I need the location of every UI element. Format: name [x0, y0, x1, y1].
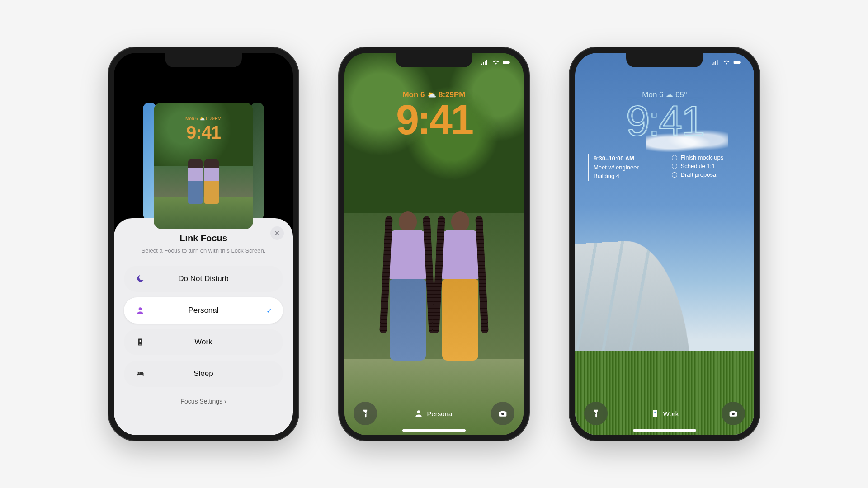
- lockscreen-widgets: 9:30–10:00 AM Meet w/ engineer Building …: [588, 154, 741, 181]
- sheet-subtitle: Select a Focus to turn on with this Lock…: [142, 247, 266, 254]
- close-button[interactable]: ✕: [270, 226, 284, 240]
- cellular-icon: [712, 59, 720, 66]
- preview-date: Mon 6 ⛅ 8:29PM: [154, 116, 253, 121]
- battery-icon: [733, 59, 741, 66]
- camera-button[interactable]: [722, 402, 745, 425]
- svg-rect-4: [139, 344, 142, 344]
- svg-point-2: [139, 340, 141, 342]
- notch: [165, 53, 242, 67]
- flashlight-button[interactable]: [354, 402, 377, 425]
- bottom-bar: Personal: [354, 402, 514, 425]
- svg-rect-3: [139, 343, 142, 343]
- flashlight-icon: [591, 409, 600, 418]
- battery-icon: [503, 59, 511, 66]
- focus-option-label: Do Not Disturb: [146, 274, 261, 283]
- svg-point-10: [501, 413, 504, 415]
- svg-rect-6: [503, 61, 509, 64]
- reminder-item: Finish mock-ups: [672, 154, 742, 161]
- svg-point-9: [417, 410, 420, 413]
- flashlight-button[interactable]: [584, 402, 608, 425]
- bottom-bar: Work: [584, 402, 745, 425]
- focus-option-sleep[interactable]: Sleep: [124, 361, 283, 387]
- phone-personal-lockscreen: Mon 6 ⛅ 8:29PM 9:41 Personal: [339, 47, 529, 441]
- reminders-widget[interactable]: Finish mock-ups Schedule 1:1 Draft propo…: [672, 154, 742, 181]
- wifi-icon: [492, 59, 500, 66]
- cellular-icon: [481, 59, 489, 66]
- focus-option-work[interactable]: Work: [124, 329, 283, 355]
- lockscreen-time: 9:41: [575, 100, 754, 142]
- svg-point-16: [732, 413, 735, 415]
- svg-point-0: [139, 307, 142, 310]
- circle-icon: [672, 155, 677, 160]
- reminder-item: Draft proposal: [672, 171, 742, 178]
- phone-work-lockscreen: Mon 6 ☁ 65° 9:41 9:30–10:00 AM Meet w/ e…: [570, 47, 760, 441]
- badge-icon: [135, 338, 146, 347]
- svg-rect-7: [509, 62, 510, 63]
- reminder-item: Schedule 1:1: [672, 163, 742, 169]
- carousel-card-selected[interactable]: Mon 6 ⛅ 8:29PM 9:41: [154, 103, 253, 229]
- screen: Mon 6 ☁ 65° 9:41 9:30–10:00 AM Meet w/ e…: [575, 53, 754, 435]
- sheet-title: Link Focus: [179, 233, 227, 244]
- camera-icon: [729, 409, 738, 418]
- status-bar: [481, 59, 511, 66]
- focus-option-personal[interactable]: Personal ✓: [124, 297, 283, 324]
- person-icon: [135, 306, 146, 315]
- home-indicator[interactable]: [633, 429, 696, 432]
- focus-label: Work: [663, 410, 679, 418]
- phone-link-focus: Mon 6 ⛅ 8:29PM 9:41 ✕ Link Focus Select …: [108, 47, 298, 441]
- chevron-right-icon: ›: [224, 398, 226, 405]
- link-focus-sheet: ✕ Link Focus Select a Focus to turn on w…: [114, 218, 293, 435]
- notch: [396, 53, 472, 67]
- svg-rect-11: [734, 61, 740, 64]
- calendar-widget[interactable]: 9:30–10:00 AM Meet w/ engineer Building …: [588, 154, 664, 181]
- home-indicator[interactable]: [402, 429, 466, 432]
- camera-button[interactable]: [491, 402, 514, 425]
- focus-option-label: Work: [146, 338, 261, 347]
- svg-point-8: [365, 413, 366, 414]
- close-icon: ✕: [274, 230, 280, 237]
- circle-icon: [672, 172, 677, 178]
- focus-indicator[interactable]: Work: [651, 409, 679, 418]
- screen: Mon 6 ⛅ 8:29PM 9:41 ✕ Link Focus Select …: [114, 53, 293, 435]
- check-icon: ✓: [266, 306, 272, 315]
- status-bar: [712, 59, 741, 66]
- calendar-title: Meet w/ engineer: [594, 163, 664, 172]
- camera-icon: [498, 409, 507, 418]
- person-icon: [414, 409, 423, 418]
- calendar-time: 9:30–10:00 AM: [594, 154, 664, 163]
- focus-option-label: Personal: [146, 306, 261, 315]
- wifi-icon: [722, 59, 731, 66]
- lockscreen-time: 9:41: [344, 99, 524, 141]
- circle-icon: [672, 164, 677, 169]
- bed-icon: [135, 369, 146, 378]
- svg-point-15: [654, 412, 656, 413]
- svg-point-5: [138, 372, 139, 374]
- focus-option-do-not-disturb[interactable]: Do Not Disturb: [124, 266, 283, 292]
- focus-settings-link[interactable]: Focus Settings ›: [180, 398, 226, 405]
- focus-option-label: Sleep: [146, 369, 261, 378]
- svg-rect-12: [740, 62, 741, 63]
- svg-rect-14: [653, 410, 657, 417]
- focus-label: Personal: [427, 410, 453, 418]
- flashlight-icon: [361, 409, 370, 418]
- moon-icon: [135, 274, 146, 283]
- preview-time: 9:41: [154, 122, 253, 143]
- focus-indicator[interactable]: Personal: [414, 409, 453, 418]
- calendar-location: Building 4: [594, 172, 664, 181]
- notch: [626, 53, 703, 67]
- screen: Mon 6 ⛅ 8:29PM 9:41 Personal: [344, 53, 524, 435]
- svg-point-13: [595, 413, 596, 414]
- badge-icon: [651, 409, 660, 418]
